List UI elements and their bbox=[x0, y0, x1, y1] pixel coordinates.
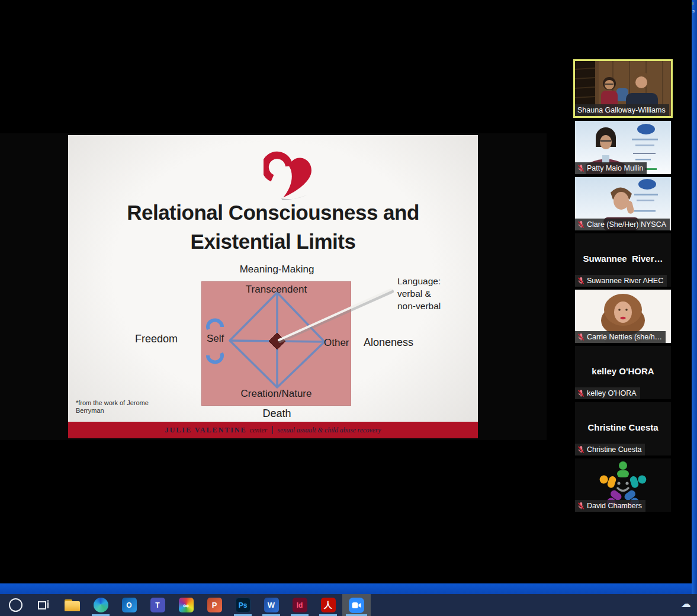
taskbar-word-button[interactable]: W bbox=[257, 594, 285, 616]
cortana-icon bbox=[9, 598, 23, 612]
edge-text-fragment: i bbox=[692, 1, 693, 6]
photoshop-icon: Ps bbox=[236, 598, 250, 612]
label-meaning-making: Meaning-Making bbox=[202, 264, 352, 275]
taskbar-teams-button[interactable]: T bbox=[143, 594, 172, 616]
art-shape bbox=[65, 605, 80, 611]
participant-name: David Chambers bbox=[587, 500, 642, 512]
edge-icon bbox=[94, 598, 108, 612]
participant-name: Christine Cuesta bbox=[587, 444, 641, 455]
label-death: Death bbox=[202, 408, 352, 420]
participant-tile[interactable]: Christine Cuesta Christine Cuesta bbox=[575, 402, 671, 455]
slide-title-line2: Existential Limits bbox=[68, 227, 478, 256]
participant-name-badge: David Chambers bbox=[575, 500, 645, 512]
muted-mic-icon bbox=[577, 333, 584, 341]
participant-display-name: kelley O'HORA bbox=[575, 366, 671, 376]
taskbar-creative-cloud-button[interactable]: ∞ bbox=[172, 594, 200, 616]
muted-mic-icon bbox=[577, 277, 584, 285]
participant-tile-active-speaker[interactable]: Shauna Galloway-Williams bbox=[573, 59, 673, 118]
footer-org-name: JULIE VALENTINE bbox=[165, 426, 247, 435]
task-view-icon bbox=[38, 600, 50, 611]
acrobat-icon: 人 bbox=[321, 598, 336, 612]
label-aloneness: Aloneness bbox=[364, 336, 413, 349]
presentation-slide: Relational Consciousness and Existential… bbox=[68, 135, 478, 438]
edge-text-fragment: s bbox=[692, 8, 695, 14]
taskbar-outlook-button[interactable]: O bbox=[115, 594, 143, 616]
muted-mic-icon bbox=[577, 502, 584, 510]
slide-footer-bar: JULIE VALENTINE center sexual assault & … bbox=[68, 422, 478, 438]
participant-tile[interactable]: Patty Maio Mullin bbox=[575, 121, 671, 174]
word-icon: W bbox=[264, 598, 279, 612]
powerpoint-icon: P bbox=[207, 598, 222, 612]
label-freedom: Freedom bbox=[135, 333, 178, 345]
zoom-icon bbox=[349, 598, 364, 613]
taskbar-photoshop-button[interactable]: Ps bbox=[229, 594, 257, 616]
participant-name-badge: Shauna Galloway-Williams bbox=[575, 104, 669, 116]
participant-tile[interactable]: Suwannee River… Suwannee River AHEC bbox=[575, 233, 671, 287]
teams-icon: T bbox=[150, 598, 165, 612]
participant-name-badge: Patty Maio Mullin bbox=[575, 162, 647, 174]
participant-tile[interactable]: Clare (She/Her) NYSCA bbox=[575, 177, 671, 230]
participant-name: kelley O'HORA bbox=[587, 387, 637, 399]
participant-name-badge: Christine Cuesta bbox=[575, 444, 645, 455]
participant-display-name: Christine Cuesta bbox=[575, 422, 671, 432]
label-language: Language: verbal & non-verbal bbox=[397, 275, 441, 312]
taskbar-cortana-button[interactable] bbox=[1, 594, 30, 616]
participant-name-badge: Suwannee River AHEC bbox=[575, 275, 667, 287]
participant-display-name: Suwannee River… bbox=[575, 254, 671, 264]
participant-name-badge: Carrie Nettles (she/h… bbox=[575, 331, 666, 343]
outlook-icon: O bbox=[122, 598, 137, 612]
screen-share-region: Relational Consciousness and Existential… bbox=[0, 133, 547, 440]
participant-name: Suwannee River AHEC bbox=[587, 275, 663, 287]
attribution-line: Berryman bbox=[76, 407, 149, 415]
language-line: non-verbal bbox=[397, 300, 441, 312]
windows-taskbar: O T ∞ P Ps W Id 人 bbox=[0, 594, 697, 616]
participant-name: Shauna Galloway-Williams bbox=[577, 104, 666, 116]
taskbar-edge-button[interactable] bbox=[86, 594, 115, 616]
taskbar-zoom-button[interactable] bbox=[342, 594, 371, 616]
participant-tile[interactable]: Carrie Nettles (she/h… bbox=[575, 290, 671, 343]
indesign-icon: Id bbox=[293, 598, 307, 612]
muted-mic-icon bbox=[577, 445, 584, 454]
participant-name: Clare (She/Her) NYSCA bbox=[587, 219, 666, 230]
label-other: Other bbox=[324, 337, 349, 349]
muted-mic-icon bbox=[577, 220, 584, 229]
participant-name: Carrie Nettles (she/h… bbox=[587, 331, 662, 343]
muted-mic-icon bbox=[577, 164, 584, 172]
footer-org-suffix: center bbox=[250, 426, 268, 435]
label-transcendent: Transcendent bbox=[202, 284, 351, 296]
taskbar-task-view-button[interactable] bbox=[30, 594, 58, 616]
attribution-note: *from the work of Jerome Berryman bbox=[76, 399, 149, 415]
background-window-edge-bottom bbox=[0, 583, 697, 594]
taskbar-acrobat-button[interactable]: 人 bbox=[314, 594, 342, 616]
muted-mic-icon bbox=[577, 389, 584, 397]
taskbar-file-explorer-button[interactable] bbox=[58, 594, 86, 616]
taskbar-powerpoint-button[interactable]: P bbox=[200, 594, 229, 616]
participant-name: Patty Maio Mullin bbox=[587, 162, 643, 174]
participant-tile[interactable]: kelley O'HORA kelley O'HORA bbox=[575, 346, 671, 399]
background-window-edge-right: i s bbox=[692, 0, 697, 594]
label-creation-nature: Creation/Nature bbox=[202, 388, 351, 400]
participant-name-badge: kelley O'HORA bbox=[575, 387, 640, 399]
footer-divider bbox=[272, 426, 273, 434]
slide-title: Relational Consciousness and Existential… bbox=[68, 198, 478, 256]
heart-logo bbox=[264, 146, 316, 200]
creative-cloud-icon: ∞ bbox=[179, 598, 194, 612]
file-explorer-icon bbox=[65, 599, 80, 611]
language-line: Language: bbox=[397, 275, 441, 287]
attribution-line: *from the work of Jerome bbox=[76, 399, 149, 407]
tray-cloud-icon[interactable]: ☁ bbox=[681, 598, 691, 610]
diagram-square: Transcendent Self Other Creation/Nature bbox=[201, 281, 351, 406]
participant-tile[interactable]: David Chambers bbox=[575, 458, 671, 512]
participant-name-badge: Clare (She/Her) NYSCA bbox=[575, 219, 670, 230]
label-self: Self bbox=[207, 333, 224, 345]
taskbar-indesign-button[interactable]: Id bbox=[285, 594, 314, 616]
slide-title-line1: Relational Consciousness and bbox=[68, 198, 478, 227]
language-line: verbal & bbox=[397, 287, 441, 300]
footer-tagline: sexual assault & child abuse recovery bbox=[278, 426, 381, 434]
